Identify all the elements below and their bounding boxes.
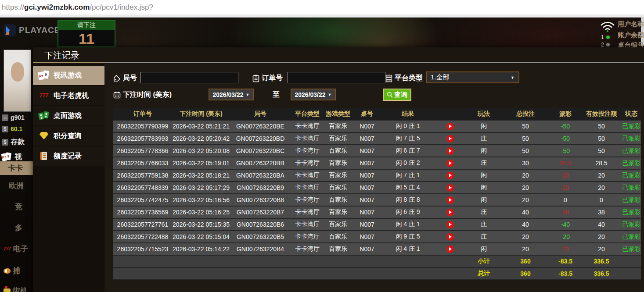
cell-bet-time: 2026-03-22 05:19:01 bbox=[172, 160, 230, 167]
cell-bet-time: 2026-03-22 05:14:22 bbox=[172, 246, 230, 253]
calendar-icon bbox=[113, 91, 121, 99]
cell-table-no: N007 bbox=[352, 184, 382, 191]
cell-game-no: GN007263220B9 bbox=[230, 184, 291, 191]
cell-game-type: 百家乐 bbox=[324, 122, 352, 130]
cell-total-bet: 50 bbox=[501, 135, 550, 142]
cell-order-no: 260322057783993 bbox=[113, 135, 172, 142]
table-row: 260322057783993 2026-03-22 05:20:42 GN00… bbox=[113, 133, 641, 144]
cell-platform: 卡卡湾厅 bbox=[291, 135, 324, 142]
sidebar-item-3[interactable]: 竞 bbox=[15, 202, 22, 212]
cell-payout: 20 bbox=[550, 246, 581, 253]
cell-table-no: N007 bbox=[352, 246, 382, 253]
cell-replay bbox=[434, 159, 466, 167]
cell-table-no: N007 bbox=[352, 233, 382, 240]
cell-game-no: GN007263220B7 bbox=[230, 209, 291, 216]
cell-game-type: 百家乐 bbox=[324, 135, 352, 142]
bet-records-dialog: 下注记录 K♥9 视讯游戏 777 电子老虎机 桌面游戏 积分查询 bbox=[33, 47, 644, 292]
date-to-select[interactable]: 2026/03/22 ▼ bbox=[291, 89, 336, 100]
table-row: 260322057736569 2026-03-22 05:16:25 GN00… bbox=[113, 207, 641, 218]
clipboard-icon bbox=[252, 75, 259, 82]
platform-type-label: 平台类型 bbox=[385, 74, 423, 83]
play-video-button[interactable] bbox=[446, 172, 454, 179]
sidebar-item-4[interactable]: 多 bbox=[15, 223, 22, 233]
bet-time-label: 下注时间 (美东) bbox=[113, 90, 172, 100]
cell-replay bbox=[434, 122, 466, 130]
cell-game-no: GN007263220BB bbox=[230, 160, 291, 167]
cell-table-no: N007 bbox=[352, 160, 382, 167]
play-video-button[interactable] bbox=[446, 233, 454, 241]
cell-total-bet: 50 bbox=[501, 147, 550, 154]
url-path: /pc/pcv1/index.jsp? bbox=[90, 3, 153, 12]
sidebar-hall-active[interactable]: 卡卡 bbox=[0, 161, 33, 175]
cell-status: 已派彩 bbox=[622, 208, 641, 216]
total-payout: -83.5 bbox=[550, 270, 581, 277]
sidebar-item-slots[interactable]: 777电子 bbox=[4, 244, 28, 254]
query-button[interactable]: 查询 bbox=[383, 89, 411, 101]
cell-game-no: GN007263220B6 bbox=[230, 221, 291, 228]
cell-order-no: 260322057736569 bbox=[113, 209, 172, 216]
play-video-button[interactable] bbox=[446, 123, 454, 130]
platform-type-select[interactable]: 1.全部 ▼ bbox=[426, 71, 519, 83]
subtotal-payout: -83.5 bbox=[550, 258, 581, 265]
menu-item-table-games[interactable]: 桌面游戏 bbox=[33, 106, 104, 125]
menu-item-points-query[interactable]: 积分查询 bbox=[33, 126, 104, 146]
sidebar-item-video[interactable]: K♥9 视 bbox=[2, 152, 22, 162]
cell-game-no: GN007263220B8 bbox=[230, 196, 291, 203]
cell-payout: 0 bbox=[550, 196, 581, 203]
cell-game-type: 百家乐 bbox=[324, 221, 352, 228]
table-header-cell: 平台类型 bbox=[291, 110, 324, 118]
url-scheme: https:// bbox=[2, 3, 24, 12]
table-body: 260322057790399 2026-03-22 05:21:21 GN00… bbox=[113, 121, 641, 255]
money-bag-icon: $ bbox=[2, 126, 8, 132]
play-icon bbox=[449, 235, 452, 239]
menu-item-slots[interactable]: 777 电子老虎机 bbox=[33, 86, 104, 105]
cell-play-type: 闲 bbox=[466, 196, 501, 204]
sidebar-item-fishing[interactable]: 捕 bbox=[4, 266, 20, 276]
cell-platform: 卡卡湾厅 bbox=[291, 159, 324, 167]
game-no-input[interactable] bbox=[140, 72, 238, 83]
date-from-select[interactable]: 2026/03/22 ▼ bbox=[209, 89, 254, 100]
table-indicator-1[interactable]: 1 bbox=[601, 34, 610, 40]
cell-platform: 卡卡湾厅 bbox=[291, 122, 324, 130]
cell-payout: 28.5 bbox=[550, 160, 581, 167]
sidebar-hall-2[interactable]: 欧洲 bbox=[9, 181, 24, 191]
order-no-input[interactable] bbox=[288, 72, 385, 83]
slots-777-icon: 777 bbox=[4, 246, 11, 251]
cell-status: 已派彩 bbox=[622, 221, 641, 228]
table-header-cell: 总投注 bbox=[501, 110, 550, 118]
play-video-button[interactable] bbox=[446, 221, 454, 228]
cell-payout: -50 bbox=[550, 123, 581, 130]
play-video-button[interactable] bbox=[446, 196, 454, 204]
play-video-button[interactable] bbox=[446, 209, 454, 216]
table-header-cell: 结果 bbox=[382, 110, 434, 118]
play-video-button[interactable] bbox=[446, 160, 454, 167]
cell-bet-time: 2026-03-22 05:15:35 bbox=[172, 221, 230, 228]
play-video-button[interactable] bbox=[446, 246, 454, 253]
play-video-button[interactable] bbox=[446, 184, 454, 192]
deposit-button[interactable]: $ 存款 bbox=[2, 138, 25, 147]
menu-item-video-games[interactable]: K♥9 视讯游戏 bbox=[33, 66, 104, 85]
cell-bet-time: 2026-03-22 05:17:29 bbox=[172, 184, 230, 191]
cell-result: 闲 8 庄 8 bbox=[382, 196, 434, 204]
cell-replay bbox=[434, 245, 466, 253]
table-indicator-2[interactable]: 2 bbox=[601, 42, 610, 48]
browser-url-bar[interactable]: https://gci.ywi2mzbk.com/pc/pcv1/index.j… bbox=[0, 0, 644, 14]
cell-platform: 卡卡湾厅 bbox=[291, 221, 324, 228]
menu-item-quota-records[interactable]: 额度记录 bbox=[33, 146, 104, 166]
cell-play-type: 庄 bbox=[466, 233, 501, 241]
cell-order-no: 260322057715523 bbox=[113, 246, 172, 253]
cell-result: 闲 7 庄 5 bbox=[382, 135, 434, 142]
cell-replay bbox=[434, 233, 466, 241]
play-video-button[interactable] bbox=[446, 147, 454, 155]
table-header-row: 订单号下注时间 (美东)局号平台类型游戏类型桌号结果玩法总投注派彩有效投注额状态 bbox=[113, 108, 641, 120]
sidebar-item-arcade[interactable]: 街机 bbox=[4, 286, 28, 292]
cell-valid-bet: 20 bbox=[581, 246, 622, 253]
cell-table-no: N007 bbox=[352, 172, 382, 179]
play-video-button[interactable] bbox=[446, 135, 454, 142]
cards-icon: K♥9 bbox=[2, 153, 12, 161]
bet-records-table: 订单号下注时间 (美东)局号平台类型游戏类型桌号结果玩法总投注派彩有效投注额状态… bbox=[113, 108, 641, 280]
green-dot-icon bbox=[606, 36, 610, 39]
cell-platform: 卡卡湾厅 bbox=[291, 233, 324, 241]
cell-status: 已派彩 bbox=[622, 196, 641, 204]
play-icon bbox=[449, 161, 452, 165]
